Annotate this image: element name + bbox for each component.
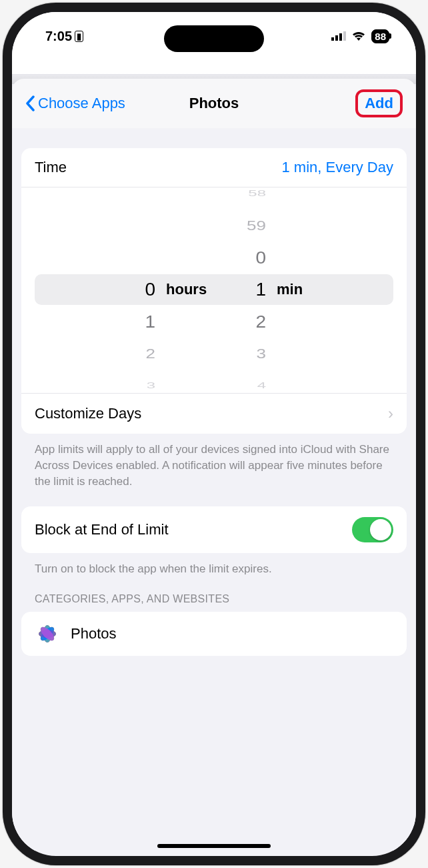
svg-rect-3 — [343, 31, 346, 41]
apps-card: Photos — [21, 612, 407, 656]
phone-frame: 7:05 ▮ 88 Choose Apps Photos Add Time — [3, 3, 425, 865]
hours-unit-label: hours — [166, 274, 214, 306]
content-area: Time 1 min, Every Day - - - 0 1 — [12, 128, 416, 851]
categories-section-header: CATEGORIES, APPS, AND WEBSITES — [21, 581, 407, 612]
limits-footer-text: App limits will apply to all of your dev… — [21, 434, 407, 506]
svg-rect-0 — [331, 37, 334, 41]
minutes-selected: 1 — [214, 274, 270, 306]
photos-app-icon — [35, 621, 60, 646]
phone-screen: 7:05 ▮ 88 Choose Apps Photos Add Time — [12, 12, 416, 856]
block-card: Block at End of Limit — [21, 506, 407, 553]
dynamic-island — [164, 25, 264, 52]
app-name-label: Photos — [71, 625, 117, 642]
navigation-bar: Choose Apps Photos Add — [12, 79, 416, 128]
battery-indicator: 88 — [371, 29, 389, 43]
chevron-right-icon: › — [388, 404, 393, 423]
orientation-lock-icon: ▮ — [75, 31, 83, 42]
svg-rect-2 — [339, 33, 342, 41]
time-picker[interactable]: - - - 0 1 2 3 hours — [21, 187, 407, 393]
hours-column[interactable]: - - - 0 1 2 3 — [103, 193, 159, 386]
nav-title: Photos — [189, 95, 239, 112]
svg-rect-1 — [335, 35, 338, 41]
time-card: Time 1 min, Every Day - - - 0 1 — [21, 148, 407, 434]
app-row-photos[interactable]: Photos — [21, 612, 407, 656]
customize-days-row[interactable]: Customize Days › — [21, 393, 407, 434]
back-label: Choose Apps — [38, 95, 125, 112]
back-button[interactable]: Choose Apps — [25, 95, 125, 112]
min-unit-label: min — [277, 274, 325, 306]
home-indicator[interactable] — [157, 844, 271, 848]
block-footer-text: Turn on to block the app when the limit … — [21, 553, 407, 581]
status-time: 7:05 — [45, 29, 72, 44]
block-label: Block at End of Limit — [35, 521, 169, 538]
hours-unit-column: hours — [159, 193, 214, 386]
chevron-left-icon — [25, 95, 35, 111]
block-toggle[interactable] — [352, 517, 393, 542]
time-row[interactable]: Time 1 min, Every Day — [21, 148, 407, 187]
toggle-knob — [370, 519, 391, 540]
cellular-icon — [331, 29, 346, 44]
customize-days-label: Customize Days — [35, 405, 141, 422]
block-row: Block at End of Limit — [21, 506, 407, 553]
min-unit-column: min — [270, 193, 325, 386]
time-label: Time — [35, 159, 67, 176]
time-value: 1 min, Every Day — [282, 159, 394, 176]
add-button[interactable]: Add — [355, 89, 403, 117]
parent-sheet-peek — [12, 51, 416, 75]
hours-selected: 0 — [103, 274, 159, 306]
wifi-icon — [351, 29, 366, 44]
minutes-column[interactable]: 58 59 0 1 2 3 4 — [214, 193, 270, 386]
